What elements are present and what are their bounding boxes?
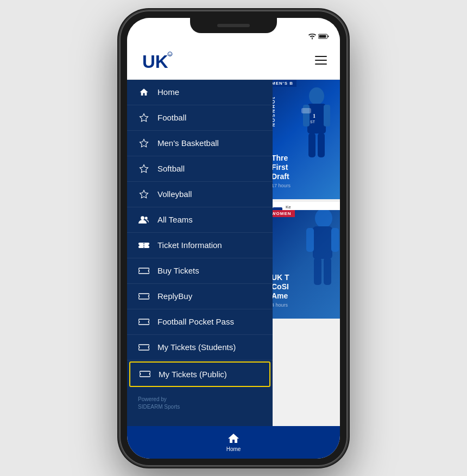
sidebar-item-label: Home — [157, 87, 179, 97]
football-pocket-pass-icon — [138, 316, 150, 328]
battery-icon — [318, 34, 329, 39]
hamburger-line-2 — [315, 60, 327, 61]
sidebar-item-label: Volleyball — [157, 189, 192, 199]
svg-text:R: R — [169, 53, 171, 56]
status-icons — [308, 34, 329, 40]
bottom-nav-home-label: Home — [226, 446, 241, 452]
news-card-1: JOHNSON 1 — [268, 80, 340, 199]
menu-drawer: Home Football — [127, 80, 273, 426]
football-star-icon — [138, 112, 150, 124]
svg-marker-23 — [140, 113, 148, 121]
svg-rect-11 — [324, 105, 330, 126]
sidebar-item-my-tickets-students[interactable]: My Tickets (Students) — [127, 335, 273, 360]
news-text-1: Thre First Draft 17 hours — [272, 154, 337, 188]
sidebar-item-volleyball[interactable]: Volleyball — [127, 182, 273, 207]
speaker — [217, 24, 250, 27]
svg-point-8 — [309, 87, 324, 105]
sidebar-item-label: ReplyBuy — [157, 291, 192, 301]
softball-star-icon — [138, 163, 150, 175]
sidebar-item-mens-basketball[interactable]: Men's Basketball — [127, 131, 273, 156]
svg-rect-20 — [331, 228, 339, 252]
sidebar-item-home[interactable]: Home — [127, 80, 273, 105]
sidebar-item-label: Softball — [157, 164, 185, 173]
svg-rect-3 — [319, 35, 326, 38]
basketball-star-icon — [138, 137, 150, 149]
sidebar-item-label: My Tickets (Public) — [159, 370, 227, 379]
ticket-info-icon — [138, 239, 150, 251]
sidebar-item-football-pocket-pass[interactable]: Football Pocket Pass — [127, 309, 273, 335]
sidebar-item-ticket-information[interactable]: Ticket Information — [127, 233, 273, 258]
svg-marker-25 — [140, 164, 148, 172]
svg-point-27 — [141, 216, 144, 220]
sidebar-item-buy-tickets[interactable]: Buy Tickets — [127, 258, 273, 284]
wifi-icon — [308, 34, 316, 40]
svg-point-28 — [145, 217, 148, 219]
svg-rect-18 — [313, 226, 332, 259]
screen-content: UK R — [127, 18, 340, 459]
sidebar-item-label: Men's Basketball — [157, 138, 219, 148]
powered-by: Powered by SIDEARM Sports — [127, 388, 273, 418]
bottom-nav-home[interactable]: Home — [226, 432, 241, 452]
app-header: UK R — [127, 42, 340, 80]
my-tickets-public-icon — [139, 368, 151, 380]
hamburger-line-1 — [315, 56, 327, 57]
sidebar-item-label: Buy Tickets — [157, 266, 199, 275]
sidebar-item-my-tickets-public[interactable]: My Tickets (Public) — [129, 361, 270, 387]
sidebar-item-label: Ticket Information — [157, 240, 222, 250]
svg-text:UK: UK — [142, 52, 168, 72]
news-text-2: UK T CoSI Ame 4 hours — [272, 273, 337, 307]
svg-rect-19 — [306, 228, 314, 252]
phone-notch — [190, 18, 277, 33]
hamburger-button[interactable] — [313, 54, 329, 67]
my-tickets-students-icon — [138, 341, 150, 353]
hamburger-line-3 — [315, 64, 327, 65]
home-icon — [138, 86, 150, 98]
player-figure: 1 ST — [298, 85, 336, 161]
sidebar-item-label: All Teams — [157, 215, 193, 224]
sidebar-item-replybuy[interactable]: ReplyBuy — [127, 284, 273, 309]
uk-logo: UK R — [138, 47, 176, 74]
sidebar-item-label: Football Pocket Pass — [157, 317, 234, 326]
sidebar-item-label: Football — [157, 113, 186, 122]
main-area: JOHNSON 1 — [127, 80, 340, 426]
svg-rect-2 — [328, 36, 329, 37]
buy-tickets-icon — [138, 265, 150, 277]
svg-rect-14 — [301, 108, 311, 113]
svg-text:1: 1 — [313, 113, 315, 119]
volume-up-button[interactable] — [348, 108, 350, 128]
svg-marker-26 — [140, 190, 148, 198]
sidebar-item-label: My Tickets (Students) — [157, 342, 236, 352]
svg-point-0 — [312, 38, 313, 39]
all-teams-icon — [138, 214, 150, 226]
phone-screen: UK R — [127, 18, 340, 459]
volleyball-star-icon — [138, 188, 150, 200]
phone-device: UK R — [119, 10, 348, 466]
replybuy-icon — [138, 290, 150, 302]
svg-marker-24 — [140, 139, 148, 147]
home-nav-icon — [227, 432, 240, 445]
news-card-2: WOMEN UK T CoSI Ame 4 hours — [268, 210, 340, 319]
sidebar-item-all-teams[interactable]: All Teams — [127, 207, 273, 233]
bottom-nav: Home — [127, 426, 340, 459]
uk-logo-svg: UK R — [141, 48, 173, 73]
sidebar-item-football[interactable]: Football — [127, 105, 273, 131]
svg-point-17 — [315, 210, 332, 228]
svg-text:ST: ST — [310, 120, 315, 124]
volume-down-button[interactable] — [348, 133, 350, 153]
sidebar-item-softball[interactable]: Softball — [127, 156, 273, 182]
